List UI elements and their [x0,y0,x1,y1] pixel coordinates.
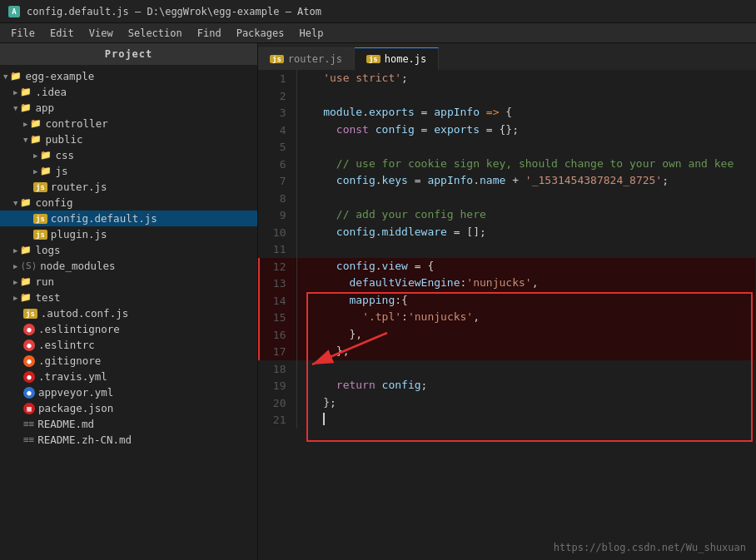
tree-item-readme-cn[interactable]: ≡≡ README.zh-CN.md [0,432,257,448]
chevron-down-icon: ▼ [3,72,7,81]
tree-item-idea[interactable]: ▶ 📁 .idea [0,84,257,100]
code-line-4: 4 const config = exports = {}; [259,121,755,139]
code-line-3: 3 module.exports = appInfo => { [259,104,755,121]
code-editor[interactable]: 1 'use strict'; 2 3 module.exports = app… [258,70,756,429]
tree-item-router[interactable]: js router.js [0,179,257,195]
chevron-right-icon: ▶ [13,294,17,302]
tab-router[interactable]: js router.js [258,47,355,70]
code-line-9: 9 // add your config here [259,206,755,224]
folder-icon: 📁 [10,71,22,82]
dot-red-travis-icon: ● [23,371,35,383]
tree-item-js[interactable]: ▶ 📁 js [0,163,257,179]
js-file-icon: js [33,230,47,240]
dot-red-icon: ● [23,339,35,351]
menu-file[interactable]: File [4,26,42,41]
chevron-right-icon: ▶ [13,246,17,255]
js-file-icon: js [23,309,37,319]
code-line-14: 14 mapping:{ [259,292,755,310]
folder-icon: 📁 [20,197,32,208]
dot-blue-icon: ● [23,387,35,399]
tree-item-travis[interactable]: ● .travis.yml [0,369,257,384]
main-layout: Project ▼ 📁 egg-example ▶ 📁 .idea ▼ 📁 [0,43,756,560]
menu-view[interactable]: View [82,26,120,41]
tree-item-package[interactable]: ▦ package.json [0,400,257,416]
chevron-right-icon: ▶ [33,167,37,176]
tree-item-gitignore[interactable]: ● .gitignore [0,353,257,369]
editor: js router.js js home.js 1 'use strict'; [258,43,756,560]
tree-item-eslintrc[interactable]: ● .eslintrc [0,337,257,353]
code-line-20: 20 }; [259,394,755,412]
dot-red-icon: ● [23,324,35,335]
tree-item-autod[interactable]: js .autod.conf.js [0,305,257,321]
readme-cn-icon: ≡≡ [23,434,34,445]
chevron-down-icon: ▼ [13,104,17,112]
js-file-icon: js [33,182,47,192]
tree-item-node-modules[interactable]: ▶ ⟨S⟩ node_modules [0,258,257,274]
code-line-1: 1 'use strict'; [259,70,755,87]
tree-item-config-default[interactable]: js config.default.js [0,211,257,226]
code-line-19: 19 return config; [259,377,755,394]
js-badge-icon: js [366,55,380,63]
chevron-right-icon: ▶ [13,88,17,97]
code-line-18: 18 [259,360,755,378]
sidebar-header: Project [0,43,257,65]
file-tree[interactable]: ▼ 📁 egg-example ▶ 📁 .idea ▼ 📁 app ▶ [0,65,257,560]
menu-selection[interactable]: Selection [122,26,189,41]
tree-item-config[interactable]: ▼ 📁 config [0,195,257,211]
dot-red-pkg-icon: ▦ [23,403,35,414]
menu-edit[interactable]: Edit [43,26,81,41]
folder-icon: 📁 [30,134,42,145]
readme-icon: ≡≡ [23,419,34,429]
code-line-13: 13 defaultViewEngine:'nunjucks', [259,275,755,292]
menu-help[interactable]: Help [292,26,330,41]
folder-icon: 📁 [30,118,42,129]
code-line-5: 5 [259,138,755,156]
tree-item-app[interactable]: ▼ 📁 app [0,100,257,116]
code-table: 1 'use strict'; 2 3 module.exports = app… [258,70,756,429]
chevron-down-icon: ▼ [23,136,27,144]
code-line-12: 12 config.view = { [259,258,755,275]
code-line-7: 7 config.keys = appInfo.name + '_1531454… [259,172,755,190]
code-line-17: 17 }; [259,343,755,360]
folder-icon: 📁 [20,87,32,97]
js-file-icon: js [33,214,47,224]
menu-find[interactable]: Find [191,26,228,41]
tree-item-run[interactable]: ▶ 📁 run [0,274,257,290]
tree-item-test[interactable]: ▶ 📁 test [0,290,257,305]
code-line-11: 11 [259,240,755,258]
code-line-8: 8 [259,190,755,207]
folder-icon: 📁 [20,292,32,303]
code-wrapper: 1 'use strict'; 2 3 module.exports = app… [258,70,756,560]
app-icon: A [8,6,20,17]
menu-packages[interactable]: Packages [230,26,291,41]
tree-item-readme[interactable]: ≡≡ README.md [0,416,257,432]
tab-home[interactable]: js home.js [355,47,439,70]
chevron-right-icon: ▶ [33,151,37,160]
code-line-15: 15 '.tpl':'nunjucks', [259,309,755,326]
js-badge-icon: js [270,55,284,63]
chevron-down-icon: ▼ [13,199,17,207]
code-line-6: 6 // use for cookie sign key, should cha… [259,156,755,173]
code-line-10: 10 config.middleware = []; [259,224,755,241]
tree-item-controller[interactable]: ▶ 📁 controller [0,116,257,131]
tree-item-eslintignore[interactable]: ● .eslintignore [0,321,257,337]
chevron-right-icon: ▶ [13,262,17,270]
tree-item-logs[interactable]: ▶ 📁 logs [0,242,257,258]
tab-bar: js router.js js home.js [258,43,756,70]
folder-icon: 📁 [20,102,32,113]
tree-item-public[interactable]: ▼ 📁 public [0,131,257,147]
folder-special-icon: ⟨S⟩ [20,260,37,271]
tree-item-appveyor[interactable]: ● appveyor.yml [0,384,257,400]
folder-icon: 📁 [40,166,52,176]
title-text: config.default.js — D:\eggWrok\egg-examp… [27,6,321,17]
tree-item-css[interactable]: ▶ 📁 css [0,147,257,163]
watermark: https://blog.csdn.net/Wu_shuxuan [554,542,746,553]
tree-item-plugin[interactable]: js plugin.js [0,226,257,242]
sidebar: Project ▼ 📁 egg-example ▶ 📁 .idea ▼ 📁 [0,43,258,560]
menu-bar: File Edit View Selection Find Packages H… [0,23,756,43]
dot-orange-icon: ● [23,355,35,367]
chevron-right-icon: ▶ [23,120,27,128]
tree-item-egg-example[interactable]: ▼ 📁 egg-example [0,68,257,84]
folder-icon: 📁 [20,276,32,287]
code-line-2: 2 [259,87,755,105]
